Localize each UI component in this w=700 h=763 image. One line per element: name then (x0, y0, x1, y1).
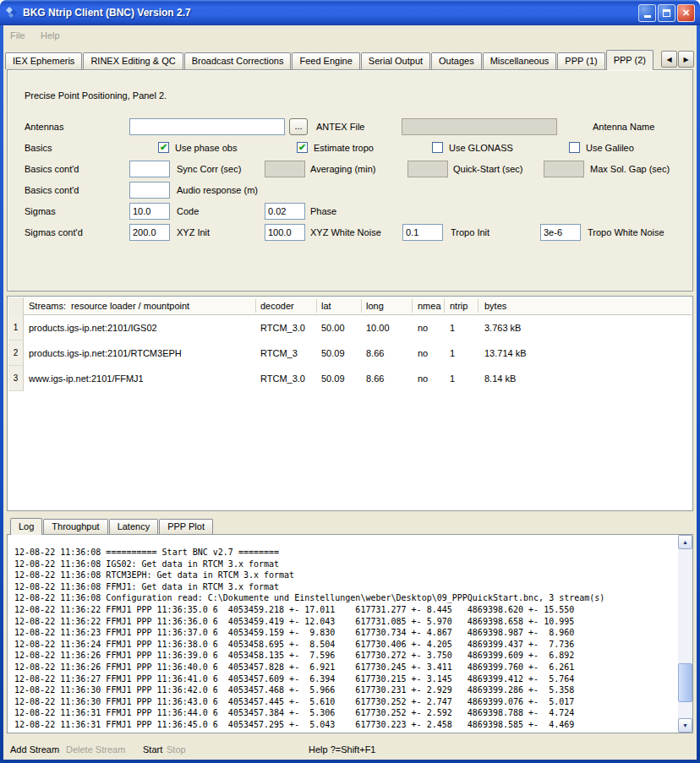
menu-file[interactable]: File (10, 30, 25, 41)
log-line: 12-08-22 11:36:08 IGS02: Get data in RTC… (14, 559, 678, 570)
menu-help[interactable]: Help (41, 30, 60, 41)
help-shortcut-label: Help ?=Shift+F1 (309, 744, 376, 755)
log-scrollbar[interactable]: ▲ ▼ (678, 535, 692, 733)
header-bytes[interactable]: bytes (484, 301, 506, 311)
antex-file-input (402, 118, 557, 135)
use-galileo-checkbox[interactable] (569, 142, 580, 153)
tab-throughput[interactable]: Throughput (43, 519, 107, 534)
log-line: 12-08-22 11:36:27 FFMJ1 PPP 11:36:41.0 6… (14, 673, 678, 685)
basics-label: Basics (25, 143, 52, 153)
start-button[interactable]: Start (143, 744, 162, 755)
tab-ppp-1[interactable]: PPP (1) (557, 52, 604, 69)
tab-outages[interactable]: Outages (431, 52, 482, 69)
use-phase-obs-label: Use phase obs (175, 143, 237, 153)
xyz-white-noise-input[interactable] (265, 224, 305, 241)
streams-table: Streams: resource loader / mountpoint de… (7, 296, 693, 511)
scroll-up-button[interactable]: ▲ (678, 535, 692, 549)
use-glonass-checkbox[interactable] (432, 142, 443, 153)
log-line: 12-08-22 11:36:08 ========== Start BNC v… (14, 547, 678, 559)
xyz-white-noise-label: XYZ White Noise (310, 227, 381, 237)
minimize-icon (644, 15, 651, 18)
tab-miscellaneous[interactable]: Miscellaneous (483, 52, 557, 69)
tab-broadcast-corrections[interactable]: Broadcast Corrections (184, 52, 292, 69)
log-line: 12-08-22 11:36:08 RTCM3EPH: Get data in … (14, 570, 678, 581)
tab-rinex-editing-qc[interactable]: RINEX Editing & QC (83, 52, 183, 69)
log-line: 12-08-22 11:36:31 FFMJ1 PPP 11:36:45.0 6… (14, 719, 678, 731)
header-long[interactable]: long (366, 301, 384, 311)
bottom-action-bar: Add Stream Delete Stream Start Stop Help… (3, 739, 697, 760)
app-icon (5, 5, 19, 20)
sigma-code-input[interactable] (129, 203, 170, 220)
cell-bytes: 8.14 kB (484, 366, 516, 391)
log-line: 12-08-22 11:36:26 FFMJ1 PPP 11:36:40.0 6… (14, 662, 678, 673)
tab-latency[interactable]: Latency (109, 519, 159, 534)
table-corner-cell (8, 297, 24, 315)
log-line: 12-08-22 11:36:31 FFMJ1 PPP 11:36:44.0 6… (14, 707, 678, 719)
scroll-down-icon: ▼ (682, 722, 688, 728)
use-phase-obs-checkbox[interactable]: ✔ (158, 142, 169, 153)
tab-ppp-plot[interactable]: PPP Plot (159, 519, 213, 534)
table-row[interactable]: 3 www.igs-ip.net:2101/FFMJ1 RTCM_3.0 50.… (8, 366, 692, 391)
max-sol-gap-input (544, 161, 584, 177)
row-number[interactable]: 2 (8, 341, 24, 366)
log-output[interactable]: 12-08-22 11:36:08 ========== Start BNC v… (8, 535, 678, 733)
close-button[interactable]: ✕ (677, 4, 695, 22)
scroll-down-button[interactable]: ▼ (678, 718, 692, 733)
bottom-tab-bar: Log Throughput Latency PPP Plot (7, 517, 214, 534)
tab-serial-output[interactable]: Serial Output (361, 52, 430, 69)
title-bar[interactable]: BKG Ntrip Client (BNC) Version 2.7 ✕ (0, 0, 700, 25)
menu-bar: File Help (3, 25, 697, 46)
log-line: 12-08-22 11:36:30 FFMJ1 PPP 11:36:42.0 6… (14, 684, 678, 696)
tab-iex-ephemeris[interactable]: IEX Ephemeris (5, 52, 82, 69)
antex-browse-button[interactable]: ... (289, 118, 308, 135)
log-line: 12-08-22 11:36:23 FFMJ1 PPP 11:36:37.0 6… (14, 627, 678, 639)
antennas-label: Antennas (25, 122, 63, 132)
tab-feed-engine[interactable]: Feed Engine (292, 52, 359, 69)
maximize-button[interactable] (658, 4, 675, 22)
antennas-input[interactable] (129, 118, 285, 135)
header-nmea[interactable]: nmea (418, 301, 441, 311)
sigma-phase-input[interactable] (265, 203, 305, 220)
audio-response-input[interactable] (129, 182, 170, 199)
averaging-input (265, 161, 305, 177)
tab-ppp-2[interactable]: PPP (2) (606, 50, 654, 70)
xyz-init-input[interactable] (129, 224, 170, 241)
cell-long: 8.66 (366, 366, 384, 391)
use-galileo-label: Use Galileo (586, 143, 634, 153)
tropo-white-noise-input[interactable] (540, 224, 581, 241)
tab-scroll-right-button[interactable]: ▶ (678, 51, 694, 68)
header-separator (255, 299, 256, 313)
xyz-init-label: XYZ Init (177, 227, 210, 237)
log-pane: 12-08-22 11:36:08 ========== Start BNC v… (7, 534, 693, 733)
cell-long: 8.66 (366, 341, 384, 366)
header-ntrip[interactable]: ntrip (450, 301, 468, 311)
add-stream-button[interactable]: Add Stream (10, 744, 59, 755)
tab-scroll-left-button[interactable]: ◀ (661, 51, 677, 68)
tab-log[interactable]: Log (10, 518, 42, 535)
tropo-init-input[interactable] (402, 224, 443, 241)
row-number[interactable]: 1 (8, 315, 24, 341)
tab-scrollers: ◀ ▶ (661, 51, 694, 68)
row-number[interactable]: 3 (8, 366, 24, 391)
header-decoder[interactable]: decoder (260, 301, 294, 311)
quick-start-label: Quick-Start (sec) (453, 164, 523, 174)
basics-contd-label: Basics cont'd (25, 164, 79, 174)
estimate-tropo-label: Estimate tropo (314, 143, 374, 153)
log-line: 12-08-22 11:36:24 FFMJ1 PPP 11:36:38.0 6… (14, 639, 678, 651)
max-sol-gap-label: Max Sol. Gap (sec) (590, 164, 670, 174)
scrollbar-thumb[interactable] (678, 663, 692, 702)
minimize-button[interactable] (638, 4, 656, 22)
check-icon: ✔ (298, 143, 306, 152)
sigmas-contd-label: Sigmas cont'd (25, 227, 83, 237)
cell-nmea: no (418, 341, 428, 366)
tab-scroll-left-icon: ◀ (666, 56, 671, 63)
sync-corr-input[interactable] (129, 161, 170, 177)
estimate-tropo-checkbox[interactable]: ✔ (297, 142, 308, 153)
streams-table-header[interactable]: Streams: resource loader / mountpoint de… (8, 297, 692, 315)
header-separator (361, 299, 362, 313)
header-lat[interactable]: lat (321, 301, 331, 311)
table-row[interactable]: 2 products.igs-ip.net:2101/RTCM3EPH RTCM… (8, 341, 692, 366)
header-mountpoint[interactable]: Streams: resource loader / mountpoint (29, 301, 189, 311)
header-separator (316, 299, 317, 313)
table-row[interactable]: 1 products.igs-ip.net:2101/IGS02 RTCM_3.… (8, 315, 692, 341)
